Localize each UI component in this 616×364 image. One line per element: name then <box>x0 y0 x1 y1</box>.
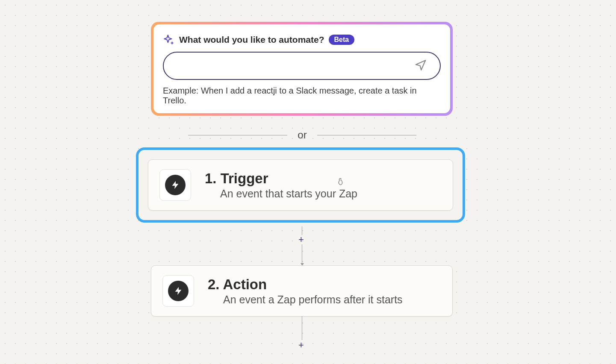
action-text-block: 2. Action An event a Zap performs after … <box>208 276 441 306</box>
bolt-icon <box>165 175 186 195</box>
ai-prompt-title: What would you like to automate? <box>179 35 324 45</box>
add-step-button-1[interactable]: + <box>298 234 304 245</box>
action-title: 2. Action <box>208 276 441 293</box>
or-divider: or <box>188 129 416 141</box>
trigger-title: 1. Trigger <box>205 170 442 187</box>
send-icon <box>414 59 427 73</box>
trigger-step-card: 1. Trigger An event that starts your Zap <box>148 159 453 211</box>
or-text: or <box>298 129 307 141</box>
divider-line-right <box>317 135 416 135</box>
action-subtitle: An event a Zap performs after it starts <box>208 294 441 306</box>
send-button[interactable] <box>413 57 429 75</box>
divider-line-left <box>188 135 287 135</box>
trigger-icon-box <box>159 169 191 201</box>
connector-line-arrow <box>302 244 302 265</box>
trigger-step-selected[interactable]: 1. Trigger An event that starts your Zap <box>136 147 465 223</box>
ai-prompt-header: What would you like to automate? Beta <box>163 34 441 46</box>
trigger-text-block: 1. Trigger An event that starts your Zap <box>205 170 442 200</box>
ai-prompt-panel: What would you like to automate? Beta Ex… <box>153 24 450 113</box>
connector-line-top <box>302 226 302 235</box>
bolt-icon <box>168 281 189 301</box>
action-icon-box <box>162 275 194 307</box>
ai-prompt-example: Example: When I add a reactji to a Slack… <box>163 86 441 106</box>
ai-prompt-input[interactable] <box>163 52 441 80</box>
sparkle-icon <box>163 34 175 46</box>
add-step-button-2[interactable]: + <box>298 340 304 351</box>
beta-badge: Beta <box>329 35 355 45</box>
connector-line-bottom <box>302 316 302 340</box>
ai-input-wrapper <box>163 52 441 80</box>
trigger-subtitle: An event that starts your Zap <box>205 188 442 200</box>
action-step-card[interactable]: 2. Action An event a Zap performs after … <box>151 265 453 317</box>
ai-prompt-container: What would you like to automate? Beta Ex… <box>151 22 453 116</box>
